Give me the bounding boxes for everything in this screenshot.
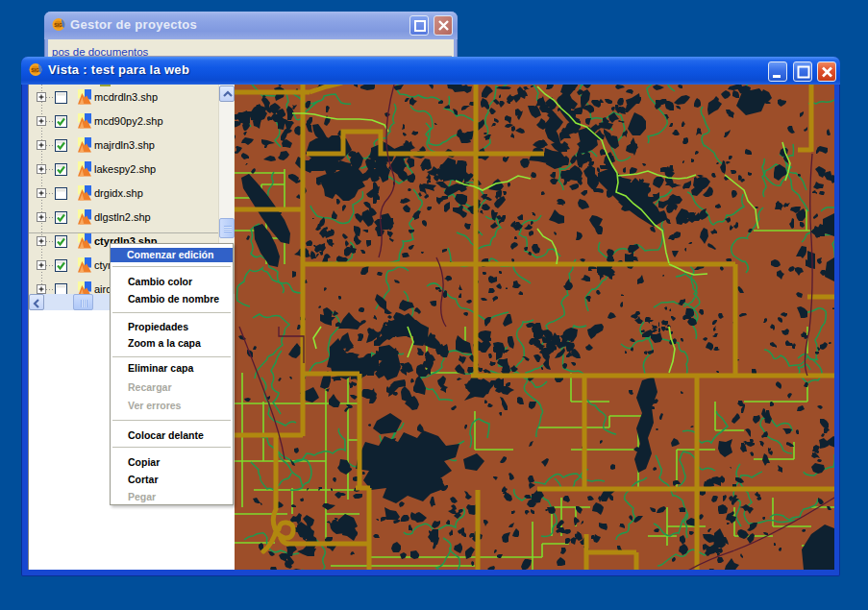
svg-text:SIG: SIG	[54, 22, 62, 28]
svg-text:SIG: SIG	[31, 67, 39, 73]
